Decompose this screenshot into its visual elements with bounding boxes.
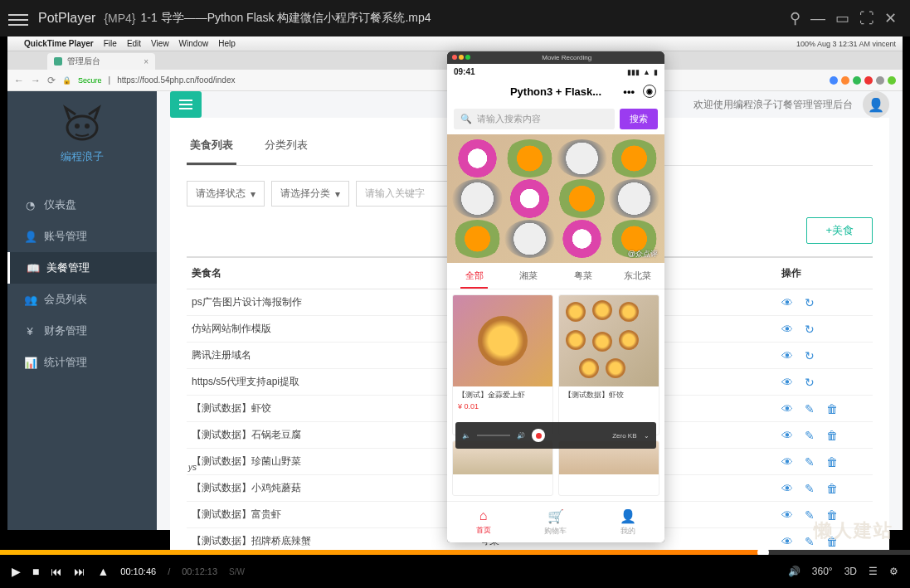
status-select[interactable]: 请选择状态▾	[187, 181, 265, 207]
search-button[interactable]: 搜索	[620, 109, 658, 129]
card-name: 【测试】金蒜爱上虾	[453, 386, 552, 402]
edit-icon[interactable]: ✎	[805, 482, 815, 495]
category-tab[interactable]: 全部	[447, 263, 502, 289]
more-icon[interactable]: •••	[623, 85, 635, 98]
fullscreen-icon[interactable]: ⛶	[859, 10, 874, 27]
mac-menu-file[interactable]: File	[104, 39, 117, 48]
tab-food-list[interactable]: 美食列表	[187, 131, 236, 165]
mac-app-name[interactable]: QuickTime Player	[24, 39, 94, 48]
refresh-icon[interactable]: ↻	[805, 296, 815, 309]
ext-icon[interactable]	[853, 76, 861, 85]
volume-icon[interactable]: 🔊	[788, 566, 801, 577]
view-icon[interactable]: 👁	[781, 296, 793, 309]
menu-icon: 📊	[24, 357, 36, 369]
phone-screen: 09:41 ▮▮▮▲▮ Python3 + Flask... ••• ◉ 🔍 请…	[447, 64, 664, 542]
view-icon[interactable]: 👁	[781, 349, 793, 362]
mac-menu-window[interactable]: Window	[179, 39, 209, 48]
edit-icon[interactable]: ✎	[805, 455, 815, 469]
settings-icon[interactable]: ⚙	[889, 566, 898, 577]
menu-label: 财务管理	[44, 323, 87, 338]
chrome-tab[interactable]: 管理后台 ×	[47, 53, 155, 70]
category-tab[interactable]: 东北菜	[611, 263, 665, 289]
ext-icon[interactable]	[841, 76, 849, 85]
category-tab[interactable]: 湘菜	[502, 263, 557, 289]
tab-category-list[interactable]: 分类列表	[261, 131, 311, 165]
food-card[interactable]: 【测试】金蒜爱上虾 ¥ 0.01	[452, 294, 553, 435]
add-food-button[interactable]: +美食	[806, 217, 873, 244]
sidebar-item-5[interactable]: 📊统计管理	[7, 347, 157, 378]
forward-icon[interactable]: →	[31, 75, 41, 86]
sidebar-item-0[interactable]: ◔仪表盘	[7, 189, 157, 221]
recording-bar[interactable]: 🔈 🔊 Zero KB ⌄	[455, 422, 655, 449]
brand-text: 编程浪子	[61, 149, 104, 164]
delete-icon[interactable]: 🗑	[826, 455, 838, 469]
delete-icon[interactable]: 🗑	[826, 482, 838, 495]
close-icon[interactable]: ✕	[884, 9, 897, 27]
360-button[interactable]: 360°	[812, 566, 833, 577]
banner-image[interactable]: @众点评	[447, 134, 664, 263]
view-icon[interactable]: 👁	[781, 482, 793, 495]
view-icon[interactable]: 👁	[781, 323, 793, 336]
refresh-icon[interactable]: ↻	[805, 376, 815, 389]
record-button[interactable]	[532, 429, 545, 442]
cell-name: 【测试数据】小鸡炖蘑菇	[187, 475, 474, 502]
next-button[interactable]: ⏭	[74, 565, 85, 578]
play-button[interactable]: ▶	[12, 565, 21, 578]
quicktime-window[interactable]: Movie Recording 09:41 ▮▮▮▲▮ Python3 + Fl…	[447, 51, 664, 542]
minimize-icon[interactable]: —	[810, 10, 825, 27]
ext-icon[interactable]	[830, 76, 838, 85]
back-icon[interactable]: ←	[14, 75, 24, 86]
pin-icon[interactable]: ⚲	[790, 9, 801, 27]
view-icon[interactable]: 👁	[781, 402, 793, 415]
volume-slider[interactable]	[477, 435, 510, 436]
food-card[interactable]	[452, 440, 553, 496]
renderer-label[interactable]: S/W	[229, 567, 245, 576]
menu-icon[interactable]	[8, 11, 28, 26]
restore-icon[interactable]: ▭	[835, 9, 849, 27]
reload-icon[interactable]: ⟳	[47, 75, 56, 86]
delete-icon[interactable]: 🗑	[826, 429, 838, 442]
sidebar-item-2[interactable]: 📖美餐管理	[7, 252, 157, 284]
category-tab[interactable]: 粤菜	[556, 263, 611, 289]
view-icon[interactable]: 👁	[781, 508, 793, 522]
avatar[interactable]: 👤	[863, 91, 889, 118]
ext-icon[interactable]	[876, 76, 884, 85]
prev-button[interactable]: ⏮	[51, 565, 62, 578]
view-icon[interactable]: 👁	[781, 455, 793, 469]
delete-icon[interactable]: 🗑	[826, 402, 838, 415]
refresh-icon[interactable]: ↻	[805, 349, 815, 362]
stop-button[interactable]: ■	[32, 565, 39, 578]
view-icon[interactable]: 👁	[781, 535, 793, 548]
mac-menu-help[interactable]: Help	[218, 39, 236, 48]
tabbar-item[interactable]: ⌂首页	[447, 502, 519, 542]
3d-button[interactable]: 3D	[844, 566, 857, 577]
playlist-icon[interactable]: ☰	[869, 566, 878, 577]
category-select[interactable]: 请选择分类▾	[271, 181, 349, 207]
sidebar-item-1[interactable]: 👤账号管理	[7, 221, 157, 252]
mac-menu-edit[interactable]: Edit	[127, 39, 141, 48]
tab-close-icon[interactable]: ×	[144, 57, 148, 66]
food-card[interactable]: 【测试数据】虾饺	[558, 294, 659, 435]
volume-icon[interactable]: 🔈	[462, 432, 470, 440]
edit-icon[interactable]: ✎	[805, 429, 815, 442]
sidebar-item-4[interactable]: ¥财务管理	[7, 315, 157, 347]
sidebar-toggle-button[interactable]	[170, 91, 202, 118]
view-icon[interactable]: 👁	[781, 429, 793, 442]
tabbar-item[interactable]: 🛒购物车	[519, 502, 591, 542]
extension-icons	[830, 76, 896, 85]
url-text[interactable]: https://food.54php.cn/food/index	[117, 75, 235, 85]
open-button[interactable]: ▲	[97, 565, 109, 578]
target-icon[interactable]: ◉	[643, 85, 656, 98]
sidebar-item-3[interactable]: 👥会员列表	[7, 284, 157, 315]
mac-menu-view[interactable]: View	[151, 39, 169, 48]
view-icon[interactable]: 👁	[781, 376, 793, 389]
cell-name: ps广告图片设计海报制作	[187, 289, 474, 316]
tabbar-item[interactable]: 👤我的	[592, 502, 664, 542]
refresh-icon[interactable]: ↻	[805, 323, 815, 336]
food-card[interactable]	[558, 440, 659, 496]
ext-icon[interactable]	[864, 76, 873, 85]
search-input[interactable]: 🔍 请输入搜索内容	[454, 109, 615, 129]
edit-icon[interactable]: ✎	[805, 402, 815, 415]
ext-icon[interactable]	[888, 76, 896, 85]
expand-icon[interactable]: ⌄	[644, 432, 650, 440]
